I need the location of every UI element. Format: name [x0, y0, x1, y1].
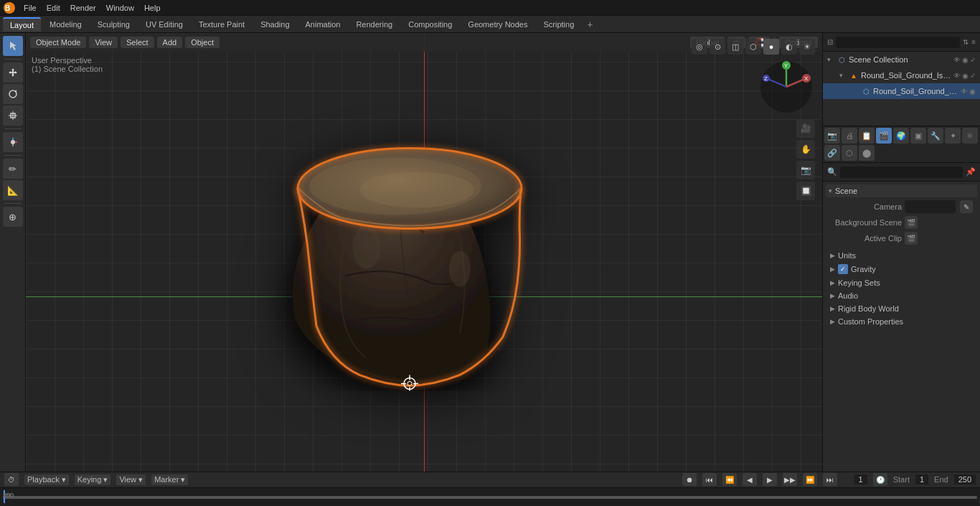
outliner-sort-icon[interactable]: ⇅ — [963, 38, 969, 46]
rigid-body-section[interactable]: ▶ Rigid Body World — [826, 302, 977, 315]
props-tab-constraints[interactable]: 🔗 — [824, 145, 840, 161]
play-button[interactable]: ▶ — [763, 473, 777, 486]
custom-props-section[interactable]: ▶ Custom Properties — [826, 315, 977, 328]
view-menu-button[interactable]: View — [89, 37, 118, 48]
view-dropdown[interactable]: View ▾ — [116, 474, 146, 485]
rotate-tool-button[interactable] — [3, 84, 23, 104]
props-tab-world[interactable]: 🌍 — [893, 128, 909, 144]
add-menu-button[interactable]: Add — [157, 37, 183, 48]
props-tab-output[interactable]: 🖨 — [842, 128, 857, 144]
annotate-tool-button[interactable]: ✏ — [3, 159, 23, 179]
next-frame-button[interactable]: ▶▶ — [783, 473, 797, 486]
props-tab-physics[interactable]: ⚛ — [962, 128, 978, 144]
props-tab-data[interactable]: ⬡ — [842, 145, 857, 161]
camera-picker-icon[interactable]: ✎ — [960, 200, 973, 213]
active-clip-icon[interactable]: 🎬 — [905, 232, 918, 245]
add-tab-button[interactable]: + — [583, 17, 597, 32]
lookdev-mode-button[interactable]: ◐ — [781, 39, 797, 55]
props-tab-modifier[interactable]: 🔧 — [928, 128, 943, 144]
camera-icon-button[interactable]: 📷 — [796, 161, 815, 179]
tab-animation[interactable]: Animation — [298, 18, 348, 31]
units-section[interactable]: ▶ Units — [826, 249, 977, 262]
marker-dropdown[interactable]: Marker ▾ — [151, 474, 188, 485]
props-tab-particles[interactable]: ✦ — [945, 128, 961, 144]
menu-help[interactable]: Help — [139, 2, 166, 14]
tab-sculpting[interactable]: Sculpting — [90, 18, 137, 31]
props-tab-object[interactable]: ▣ — [910, 128, 926, 144]
props-tab-render[interactable]: 📷 — [824, 128, 840, 144]
tab-compositing[interactable]: Compositing — [401, 18, 459, 31]
menu-window[interactable]: Window — [101, 2, 139, 14]
object-menu-button[interactable]: Object — [185, 37, 220, 48]
outliner-item-round-soil-mesh[interactable]: ⬡ Round_Soil_Ground_Islan 👁 ◉ — [823, 83, 980, 99]
timeline-scrollbar[interactable] — [3, 496, 977, 499]
visibility-icon-2[interactable]: 👁 — [953, 72, 961, 80]
props-search-input[interactable] — [840, 167, 963, 178]
prev-keyframe-button[interactable]: ⏪ — [722, 473, 737, 486]
tab-rendering[interactable]: Rendering — [349, 18, 400, 31]
playback-dropdown[interactable]: Playback ▾ — [24, 474, 69, 485]
object-mode-dropdown[interactable]: Object Mode — [30, 37, 86, 48]
props-tab-view-layer[interactable]: 📋 — [859, 128, 875, 144]
tab-uv-editing[interactable]: UV Editing — [138, 18, 190, 31]
hide-overlay-button[interactable]: 🔲 — [796, 182, 815, 200]
tab-scripting[interactable]: Scripting — [536, 18, 581, 31]
outliner-search-input[interactable] — [836, 37, 960, 48]
tab-texture-paint[interactable]: Texture Paint — [192, 18, 252, 31]
menu-file[interactable]: File — [19, 2, 42, 14]
toggle-cameras-button[interactable]: ◎ — [692, 39, 707, 55]
select-menu-button[interactable]: Select — [121, 37, 154, 48]
toggle-xray-button[interactable]: ◫ — [727, 39, 743, 55]
next-keyframe-button[interactable]: ⏩ — [803, 473, 817, 486]
hand-tool-button[interactable]: ✋ — [796, 140, 815, 159]
toggle-overlays-button[interactable]: ⊙ — [710, 39, 725, 55]
add-tool-button[interactable]: ⊕ — [3, 207, 23, 227]
keying-sets-section[interactable]: ▶ Keying Sets — [826, 276, 977, 289]
render-icon-3[interactable]: ◉ — [969, 88, 976, 95]
tab-shading[interactable]: Shading — [253, 18, 296, 31]
tab-modeling[interactable]: Modeling — [42, 18, 89, 31]
jump-start-button[interactable]: ⏮ — [702, 473, 717, 486]
island-3d-object[interactable] — [202, 82, 646, 392]
orientation-gizmo[interactable]: Y X Z — [758, 58, 815, 116]
render-icon[interactable]: ◉ — [962, 56, 969, 64]
gravity-checkbox[interactable]: ✓ — [838, 264, 848, 274]
jump-end-button[interactable]: ⏭ — [823, 473, 837, 486]
end-frame-input[interactable]: 250 — [954, 474, 976, 484]
current-frame-input[interactable]: 1 — [854, 474, 867, 484]
timeline-mode-button[interactable]: ⏱ — [4, 473, 19, 486]
rendered-mode-button[interactable]: ☀ — [799, 39, 815, 55]
move-tool-button[interactable] — [3, 62, 23, 83]
scale-tool-button[interactable] — [3, 106, 23, 126]
solid-mode-button[interactable]: ● — [763, 39, 779, 55]
time-settings-button[interactable]: 🕐 — [873, 473, 887, 486]
select-icon-2[interactable]: ✓ — [970, 72, 976, 80]
start-frame-input[interactable]: 1 — [915, 474, 928, 484]
audio-section[interactable]: ▶ Audio — [826, 289, 977, 302]
scene-section-header[interactable]: ▾ Scene — [826, 184, 977, 197]
outliner-item-scene-collection[interactable]: ▾ ⬡ Scene Collection 👁 ◉ ✓ — [823, 52, 980, 67]
timeline-scrollbar-thumb[interactable] — [3, 496, 977, 499]
props-tab-material[interactable]: ⬤ — [859, 145, 875, 161]
menu-edit[interactable]: Edit — [42, 2, 65, 14]
wireframe-mode-button[interactable]: ⬡ — [745, 39, 761, 55]
tab-layout[interactable]: Layout — [3, 17, 41, 32]
camera-view-button[interactable]: 🎥 — [796, 119, 815, 138]
tab-geometry-nodes[interactable]: Geometry Nodes — [461, 18, 534, 31]
props-tab-scene[interactable]: 🎬 — [876, 128, 892, 144]
visibility-icon-3[interactable]: 👁 — [961, 88, 968, 95]
select-tool-button[interactable] — [3, 36, 23, 56]
timeline-bar[interactable]: 1 50 100 150 200 250 — [0, 488, 980, 506]
outliner-filter-toggle[interactable]: ≡ — [971, 38, 976, 46]
transform-tool-button[interactable] — [3, 132, 23, 152]
measure-tool-button[interactable]: 📐 — [3, 180, 23, 200]
camera-value[interactable] — [905, 200, 956, 213]
prev-frame-button[interactable]: ◀ — [743, 473, 757, 486]
outliner-item-round-soil[interactable]: ▾ ▲ Round_Soil_Ground_Island 👁 ◉ ✓ — [823, 67, 980, 83]
gravity-section[interactable]: ▶ ✓ Gravity — [826, 262, 977, 276]
exclude-icon[interactable]: ✓ — [970, 56, 976, 64]
render-icon-2[interactable]: ◉ — [962, 72, 969, 80]
background-scene-icon[interactable]: 🎬 — [905, 216, 918, 229]
keying-dropdown[interactable]: Keying ▾ — [75, 474, 111, 485]
viewport-3d[interactable]: Object Mode View Select Add Object Globa… — [26, 33, 822, 472]
